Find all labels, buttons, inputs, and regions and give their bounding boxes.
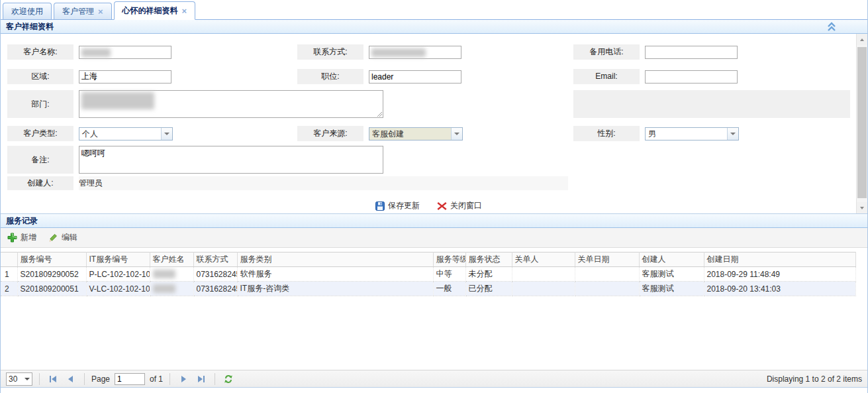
chevron-down-icon bbox=[24, 378, 30, 380]
remark-label: 备注: bbox=[7, 146, 73, 174]
column-header-rownum[interactable] bbox=[1, 253, 17, 267]
last-page-icon bbox=[197, 375, 206, 383]
save-update-label: 保存更新 bbox=[388, 200, 420, 211]
add-button[interactable]: 新增 bbox=[7, 232, 36, 243]
redacted-value bbox=[81, 48, 111, 57]
department-textarea[interactable] bbox=[79, 90, 383, 118]
save-update-button[interactable]: 保存更新 bbox=[375, 200, 420, 211]
customer-type-label: 客户类型: bbox=[7, 126, 73, 141]
service-records-panel: 服务记录 新增 编辑 bbox=[1, 214, 867, 393]
red-x-icon bbox=[437, 201, 447, 211]
cell-close-date bbox=[575, 282, 639, 296]
contact-label: 联系方式: bbox=[297, 44, 363, 60]
refresh-button[interactable] bbox=[222, 372, 235, 386]
position-input[interactable] bbox=[369, 70, 461, 84]
column-header-closer[interactable]: 关单人 bbox=[512, 253, 575, 267]
edit-button[interactable]: 编辑 bbox=[48, 232, 77, 243]
tab-label: 心怀的祥细资料 bbox=[122, 5, 178, 17]
page-label: Page bbox=[91, 374, 110, 384]
close-icon[interactable]: × bbox=[182, 7, 187, 15]
redacted-value bbox=[81, 92, 154, 109]
chevron-down-icon[interactable] bbox=[727, 128, 738, 140]
scrollbar-thumb[interactable] bbox=[857, 47, 867, 198]
chevron-down-icon bbox=[451, 128, 462, 140]
backup-phone-input[interactable] bbox=[645, 46, 738, 59]
separator bbox=[39, 373, 40, 385]
customer-name-label: 客户名称: bbox=[7, 44, 73, 60]
cell-service-level: 中等 bbox=[433, 267, 465, 282]
scroll-up-icon[interactable] bbox=[857, 34, 867, 45]
column-header-close-date[interactable]: 关单日期 bbox=[575, 253, 639, 267]
cell-service-type: IT服务-咨询类 bbox=[237, 282, 433, 296]
contact-input[interactable] bbox=[369, 46, 461, 59]
table-row[interactable]: 2 S201809200051 V-LC-102-102-101 0731628… bbox=[1, 282, 856, 296]
column-header-creator[interactable]: 创建人 bbox=[639, 253, 704, 267]
application-window: 欢迎使用 客户管理 × 心怀的祥细资料 × 客户祥细资料 客户名称: bbox=[0, 0, 868, 393]
service-records-grid: 服务编号 IT服务编号 客户姓名 联系方式 服务类别 服务等级 服务状态 关单人… bbox=[1, 248, 867, 296]
cell-service-level: 一般 bbox=[433, 282, 465, 296]
prev-page-button[interactable] bbox=[64, 372, 77, 386]
next-page-button[interactable] bbox=[177, 372, 190, 386]
display-status: Displaying 1 to 2 of 2 items bbox=[767, 374, 862, 384]
row-number: 1 bbox=[1, 267, 17, 282]
tab-welcome[interactable]: 欢迎使用 bbox=[3, 3, 52, 19]
prev-page-icon bbox=[67, 375, 75, 383]
cell-create-date: 2018-09-20 13:41:03 bbox=[704, 282, 856, 296]
column-header-create-date[interactable]: 创建日期 bbox=[704, 253, 856, 267]
resize-grip-icon[interactable] bbox=[377, 112, 382, 117]
tab-label: 欢迎使用 bbox=[11, 6, 43, 17]
cell-it-service-no: P-LC-102-102-101 bbox=[86, 267, 150, 282]
scroll-down-icon[interactable] bbox=[857, 202, 867, 213]
bottom-strip bbox=[1, 388, 867, 393]
page-size-select[interactable]: 30 bbox=[6, 372, 32, 386]
page-of-label: of 1 bbox=[150, 374, 163, 384]
close-window-button[interactable]: 关闭窗口 bbox=[437, 200, 482, 211]
cell-contact: 073162824554 bbox=[193, 282, 237, 296]
first-page-button[interactable] bbox=[46, 372, 60, 386]
tab-customer-management[interactable]: 客户管理 × bbox=[54, 3, 112, 19]
edit-pencil-icon bbox=[48, 233, 58, 243]
backup-phone-label: 备用电话: bbox=[573, 44, 640, 60]
remark-textarea[interactable]: 嗯呵呵 bbox=[79, 146, 383, 174]
refresh-icon bbox=[224, 374, 233, 384]
region-input[interactable] bbox=[79, 70, 171, 84]
customer-detail-form: 客户名称: 联系方式: 备用电话: 区 bbox=[1, 34, 867, 214]
add-plus-icon bbox=[7, 233, 17, 243]
column-header-service-status[interactable]: 服务状态 bbox=[465, 253, 512, 267]
column-header-service-no[interactable]: 服务编号 bbox=[17, 253, 86, 267]
cell-contact: 073162824554 bbox=[193, 267, 237, 282]
gender-label: 性别: bbox=[573, 126, 640, 141]
column-header-contact[interactable]: 联系方式 bbox=[193, 253, 237, 267]
table-header-row: 服务编号 IT服务编号 客户姓名 联系方式 服务类别 服务等级 服务状态 关单人… bbox=[1, 253, 856, 267]
region-label: 区域: bbox=[7, 69, 73, 84]
customer-source-label: 客户来源: bbox=[297, 126, 363, 141]
email-input[interactable] bbox=[645, 70, 738, 84]
gender-select[interactable]: 男 bbox=[645, 127, 739, 140]
close-icon[interactable]: × bbox=[98, 7, 103, 16]
column-header-customer-name[interactable]: 客户姓名 bbox=[150, 253, 193, 267]
column-header-service-level[interactable]: 服务等级 bbox=[433, 253, 465, 267]
cell-service-no: S201809200051 bbox=[17, 282, 86, 296]
last-page-button[interactable] bbox=[195, 372, 208, 386]
cell-creator: 客服测试 bbox=[639, 267, 704, 282]
position-label: 职位: bbox=[297, 69, 363, 84]
customer-type-select[interactable]: 个人 bbox=[79, 127, 173, 140]
selected-value: 个人 bbox=[79, 128, 161, 140]
pagination-bar: 30 Page of 1 bbox=[1, 370, 867, 388]
cell-close-date bbox=[575, 267, 639, 282]
scrollbar-vertical[interactable] bbox=[856, 34, 867, 213]
collapse-panel-icon[interactable] bbox=[826, 22, 837, 32]
selected-value: 男 bbox=[646, 128, 727, 140]
panel-title: 服务记录 bbox=[6, 215, 38, 227]
customer-name-input[interactable] bbox=[79, 46, 171, 59]
table-row[interactable]: 1 S201809290052 P-LC-102-102-101 0731628… bbox=[1, 267, 856, 282]
column-header-service-type[interactable]: 服务类别 bbox=[237, 253, 433, 267]
chevron-down-icon[interactable] bbox=[161, 128, 172, 140]
column-header-it-service-no[interactable]: IT服务编号 bbox=[86, 253, 150, 267]
tab-customer-detail[interactable]: 心怀的祥细资料 × bbox=[114, 1, 196, 20]
department-label: 部门: bbox=[7, 90, 73, 118]
cell-closer bbox=[512, 267, 575, 282]
redacted-value bbox=[371, 48, 426, 57]
double-chevron-up-icon bbox=[826, 22, 837, 32]
page-number-input[interactable] bbox=[115, 373, 145, 385]
